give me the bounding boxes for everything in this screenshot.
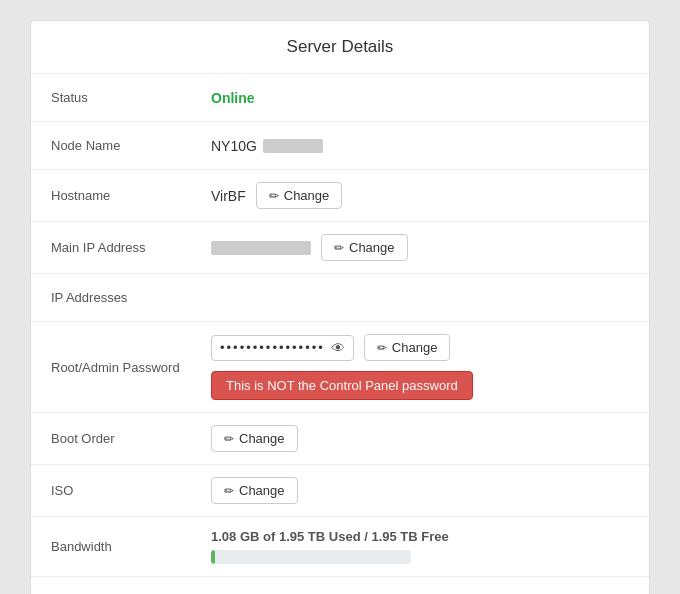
iso-change-button[interactable]: Change <box>211 477 298 504</box>
card-title: Server Details <box>31 21 649 74</box>
server-details-card: Server Details Status Online Node Name N… <box>30 20 650 594</box>
hostname-change-label: Change <box>284 188 330 203</box>
main-ip-change-button[interactable]: Change <box>321 234 408 261</box>
ip-addresses-label: IP Addresses <box>51 290 211 305</box>
root-password-value: •••••••••••••••• 👁 Change This is NOT th… <box>211 334 629 400</box>
pencil-icon <box>377 340 387 355</box>
boot-order-value: Change <box>211 425 629 452</box>
password-field: •••••••••••••••• 👁 <box>211 335 354 361</box>
hostname-row: Hostname VirBF Change <box>31 170 649 222</box>
ip-addresses-row: IP Addresses <box>31 274 649 322</box>
iso-value: Change <box>211 477 629 504</box>
status-value: Online <box>211 90 629 106</box>
main-ip-change-label: Change <box>349 240 395 255</box>
boot-order-change-button[interactable]: Change <box>211 425 298 452</box>
bandwidth-free: 1.95 TB <box>371 529 417 544</box>
pencil-icon <box>269 188 279 203</box>
status-online-text: Online <box>211 90 255 106</box>
bandwidth-row: Bandwidth 1.08 GB of 1.95 TB Used / 1.95… <box>31 517 649 577</box>
password-change-button[interactable]: Change <box>364 334 451 361</box>
eye-icon[interactable]: 👁 <box>331 340 345 356</box>
iso-row: ISO Change <box>31 465 649 517</box>
hostname-label: Hostname <box>51 188 211 203</box>
bandwidth-progress-bar <box>211 550 411 564</box>
pencil-icon <box>224 431 234 446</box>
main-ip-row: Main IP Address Change <box>31 222 649 274</box>
bandwidth-progress-fill <box>211 550 215 564</box>
hostname-text: VirBF <box>211 188 246 204</box>
root-password-row: Root/Admin Password •••••••••••••••• 👁 C… <box>31 322 649 413</box>
bandwidth-used: 1.08 GB <box>211 529 259 544</box>
password-change-label: Change <box>392 340 438 355</box>
node-name-text: NY10G <box>211 138 323 154</box>
bandwidth-total: 1.95 TB <box>279 529 325 544</box>
hostname-value: VirBF Change <box>211 182 629 209</box>
main-ip-value: Change <box>211 234 629 261</box>
status-label: Status <box>51 90 211 105</box>
boot-order-label: Boot Order <box>51 431 211 446</box>
main-ip-label: Main IP Address <box>51 240 211 255</box>
node-name-label: Node Name <box>51 138 211 153</box>
hostname-change-button[interactable]: Change <box>256 182 343 209</box>
iso-change-label: Change <box>239 483 285 498</box>
bandwidth-text: 1.08 GB of 1.95 TB Used / 1.95 TB Free <box>211 529 449 544</box>
password-dots: •••••••••••••••• <box>220 340 325 355</box>
password-warning-button[interactable]: This is NOT the Control Panel password <box>211 371 473 400</box>
node-name-row: Node Name NY10G <box>31 122 649 170</box>
bandwidth-section: 1.08 GB of 1.95 TB Used / 1.95 TB Free <box>211 529 449 564</box>
root-password-label: Root/Admin Password <box>51 360 211 375</box>
pencil-icon <box>334 240 344 255</box>
ip-blur <box>211 241 311 255</box>
iso-label: ISO <box>51 483 211 498</box>
boot-order-change-label: Change <box>239 431 285 446</box>
node-blur <box>263 139 323 153</box>
node-name-value: NY10G <box>211 138 629 154</box>
bandwidth-label: Bandwidth <box>51 539 211 554</box>
memory-row: Memory 2 GB <box>31 577 649 594</box>
bandwidth-value: 1.08 GB of 1.95 TB Used / 1.95 TB Free <box>211 529 629 564</box>
pencil-icon <box>224 483 234 498</box>
boot-order-row: Boot Order Change <box>31 413 649 465</box>
status-row: Status Online <box>31 74 649 122</box>
